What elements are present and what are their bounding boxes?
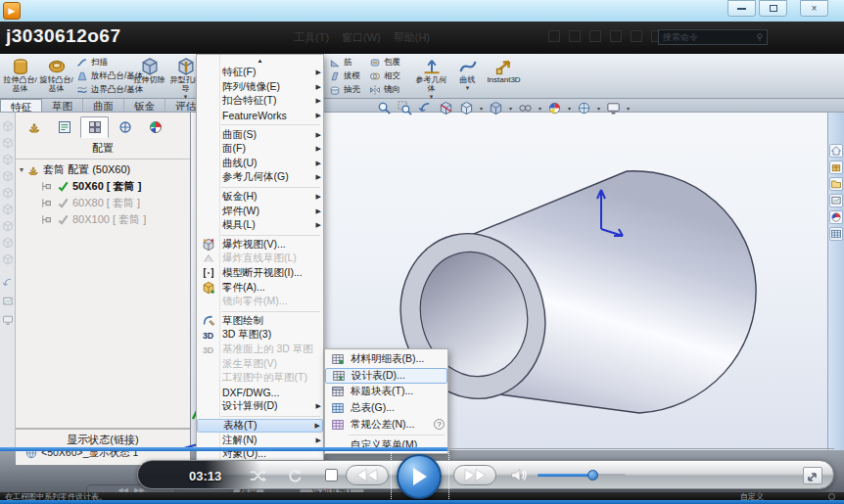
insert-menu-item-27[interactable]: 设计算例(D)▶ xyxy=(197,399,323,414)
volume-slider[interactable] xyxy=(538,474,626,477)
ribbon-large-button-1[interactable]: 旋转凸台/基体 xyxy=(38,55,74,98)
minimize-button[interactable] xyxy=(727,0,756,17)
insert-menu-item-1[interactable]: 特征(F)▶ xyxy=(197,66,323,80)
view-cube-icon-3[interactable] xyxy=(2,170,14,182)
view-orientation-icon[interactable] xyxy=(459,101,474,115)
ribbon-right1-button-1[interactable]: 拔模 xyxy=(329,69,360,83)
ribbon-right-large-button-2[interactable]: Instant3D xyxy=(486,55,522,98)
insert-menu-item-11[interactable]: 钣金(H)▶ xyxy=(197,190,323,205)
view-cube-icon-1[interactable] xyxy=(2,137,14,149)
view-settings-icon[interactable] xyxy=(606,101,621,115)
view-cube-icon-5[interactable] xyxy=(2,204,14,215)
menu-scroll-up[interactable]: ▲ xyxy=(197,57,323,66)
display-style-icon[interactable] xyxy=(489,101,503,115)
tab-草图[interactable]: 草图 xyxy=(42,99,83,112)
config-item-1[interactable]: 60X80 [ 套筒 ] xyxy=(39,195,186,211)
view-cube-icon-0[interactable] xyxy=(2,120,14,132)
ribbon-mid-button-0[interactable]: 拉伸切除 xyxy=(131,55,167,98)
menubar-item-0[interactable]: 工具(T) xyxy=(294,30,329,45)
qat-icon-1[interactable] xyxy=(569,30,581,42)
panel-tab-dimxpertmanager[interactable] xyxy=(111,116,139,138)
hide-show-items-icon[interactable] xyxy=(518,101,533,115)
taskpane-tab-file-explorer[interactable] xyxy=(829,177,843,191)
insert-menu-item-13[interactable]: 模具(L)▶ xyxy=(197,218,323,233)
tables-submenu-item-1[interactable]: X设计表(D)... xyxy=(325,368,447,385)
qat-icon-2[interactable] xyxy=(589,30,601,42)
insert-menu-item-21[interactable]: 草图绘制 xyxy=(197,314,323,329)
apply-scene-icon[interactable] xyxy=(577,101,591,115)
menubar-item-2[interactable]: 帮助(H) xyxy=(394,30,430,45)
restore-button[interactable] xyxy=(759,0,787,17)
taskpane-tab-view-palette[interactable] xyxy=(829,194,843,207)
insert-menu-item-22[interactable]: 3D3D 草图(3) xyxy=(197,328,323,343)
config-item-2[interactable]: 80X100 [ 套筒 ] xyxy=(39,211,186,228)
insert-menu-item-6[interactable]: 曲面(S)▶ xyxy=(197,127,323,142)
insert-menu-item-8[interactable]: 曲线(U)▶ xyxy=(197,157,323,171)
play-button[interactable] xyxy=(397,454,442,499)
taskpane-tab-design-library[interactable] xyxy=(829,160,843,174)
tables-submenu-item-2[interactable]: 标题块表(T)... xyxy=(325,384,447,400)
view-cube-icon-6[interactable] xyxy=(2,220,14,232)
ribbon-right2-button-1[interactable]: 相交 xyxy=(369,69,400,83)
insert-menu-item-3[interactable]: 扣合特征(T)▶ xyxy=(197,94,323,109)
zoom-fit-icon[interactable] xyxy=(377,101,392,115)
help-icon[interactable]: ? xyxy=(434,419,445,430)
taskpane-tab-resources[interactable] xyxy=(829,144,843,158)
section-view-icon[interactable] xyxy=(439,101,453,115)
view-cube-icon-7[interactable] xyxy=(2,237,14,249)
search-command-box[interactable]: 搜索命令 ⚲ xyxy=(658,29,768,45)
view-settings-icon[interactable] xyxy=(2,314,14,326)
tab-曲面[interactable]: 曲面 xyxy=(83,99,124,112)
config-item-0[interactable]: 50X60 [ 套筒 ] xyxy=(39,178,186,195)
close-button[interactable]: × xyxy=(800,0,828,17)
view-palette-icon[interactable] xyxy=(2,296,14,307)
insert-menu-item-17[interactable]: 模型断开视图(I)... xyxy=(197,266,323,281)
previous-view-icon[interactable] xyxy=(418,101,433,115)
ribbon-right2-button-2[interactable]: 镜向 xyxy=(369,83,400,97)
insert-menu-item-26[interactable]: DXF/DWG... xyxy=(197,385,323,399)
edit-appearance-icon[interactable] xyxy=(547,101,562,115)
tables-submenu-item-4[interactable]: 常规公差(N)...? xyxy=(325,416,447,433)
tables-submenu-item-0[interactable]: 材料明细表(B)... xyxy=(325,351,447,368)
panel-tab-configurationmanager[interactable] xyxy=(80,116,109,138)
taskpane-tab-appearances[interactable] xyxy=(829,210,843,224)
volume-thumb[interactable] xyxy=(587,470,598,481)
insert-menu-item-2[interactable]: 阵列/镜像(E)▶ xyxy=(197,80,323,95)
expand-arrow-icon[interactable]: ▾ xyxy=(20,165,23,174)
ribbon-right-large-button-1[interactable]: 曲线▼ xyxy=(449,55,486,98)
previous-view-icon[interactable] xyxy=(2,277,14,289)
rewind-button[interactable] xyxy=(346,465,389,485)
config-root-item[interactable]: ▾ 套筒 配置 (50X60) xyxy=(20,161,186,178)
insert-menu-item-29[interactable]: 表格(T)▶ xyxy=(197,419,323,434)
panel-tab-propertymanager[interactable] xyxy=(50,116,78,138)
qat-icon-0[interactable] xyxy=(548,30,560,42)
ribbon-right1-button-0[interactable]: 筋 xyxy=(329,56,360,69)
menubar-item-1[interactable]: 窗口(W) xyxy=(342,30,381,45)
view-cube-icon-2[interactable] xyxy=(2,154,14,165)
insert-menu-item-18[interactable]: 零件(A)... xyxy=(197,280,323,295)
insert-menu-item-15[interactable]: 爆炸视图(V)... xyxy=(197,238,323,252)
forward-button[interactable] xyxy=(453,465,496,485)
tab-钣金[interactable]: 钣金 xyxy=(124,99,165,112)
fullscreen-button[interactable] xyxy=(803,467,822,484)
ribbon-right-large-button-0[interactable]: 参考几何体▼ xyxy=(413,55,449,98)
panel-tab-displaymanager[interactable] xyxy=(141,116,169,138)
taskpane-tab-custom-properties[interactable] xyxy=(829,227,843,241)
view-cube-icon-4[interactable] xyxy=(2,187,14,199)
tables-submenu-item-3[interactable]: 总表(G)... xyxy=(325,400,447,417)
insert-menu-item-12[interactable]: 焊件(W)▶ xyxy=(197,204,323,218)
stop-button[interactable] xyxy=(325,469,338,481)
repeat-icon[interactable] xyxy=(287,468,304,483)
volume-icon[interactable] xyxy=(510,467,527,482)
view-cube-icon-8[interactable] xyxy=(2,253,14,265)
qat-icon-4[interactable] xyxy=(631,30,642,42)
ribbon-large-button-0[interactable]: 拉伸凸台/基体 xyxy=(2,55,38,98)
panel-tab-featuremanager[interactable] xyxy=(20,116,48,138)
ribbon-right2-button-0[interactable]: 包覆 xyxy=(369,56,400,69)
ribbon-right1-button-2[interactable]: 抽壳 xyxy=(329,83,360,97)
zoom-area-icon[interactable] xyxy=(398,101,412,115)
shuffle-icon[interactable] xyxy=(250,468,266,483)
qat-icon-3[interactable] xyxy=(610,30,622,42)
insert-menu-item-9[interactable]: 参考几何体(G)▶ xyxy=(197,170,323,185)
tab-特征[interactable]: 特征 xyxy=(0,99,42,112)
